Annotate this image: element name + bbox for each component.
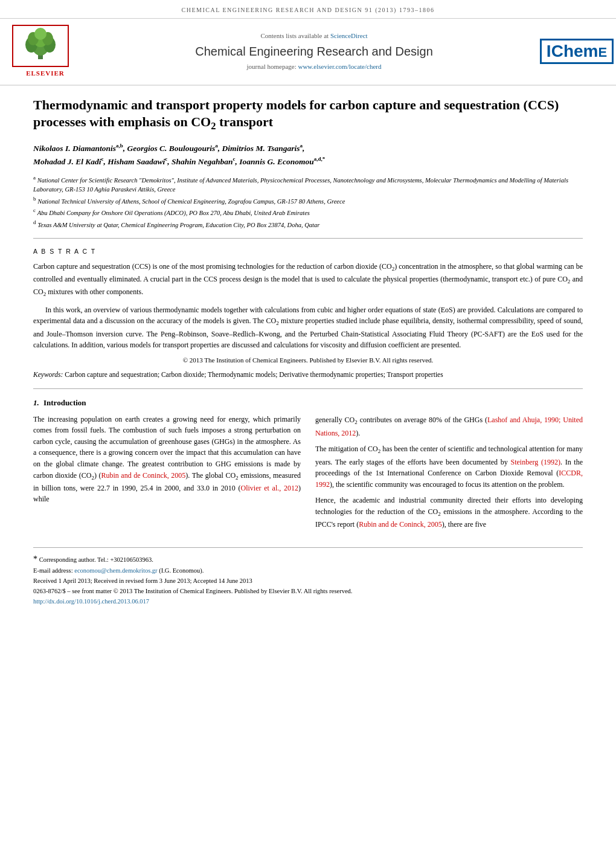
contents-line: Contents lists available at ScienceDirec… [91,31,537,40]
divider-middle [33,388,583,389]
intro-col2-para-3: Hence, the academic and industrial commu… [315,495,583,530]
keywords-line: Keywords: Carbon capture and sequestrati… [33,370,583,380]
intro-col1-para-1: The increasing population on earth creat… [33,414,301,505]
column-left: 1. Introduction The increasing populatio… [33,397,301,535]
article-content: Thermodynamic and transport property mod… [0,86,616,619]
abstract-section: A B S T R A C T Carbon capture and seque… [33,247,583,380]
article-title: Thermodynamic and transport property mod… [33,97,583,133]
section-1-heading: 1. Introduction [33,397,301,408]
two-column-section: 1. Introduction The increasing populatio… [33,397,583,535]
elsevier-box [12,25,69,67]
footnote-doi: http://dx.doi.org/10.1016/j.cherd.2013.0… [33,597,583,607]
intro-col2-para-2: The mitigation of CO2 has been the cente… [315,443,583,490]
footnote-received: Received 1 April 2013; Received in revis… [33,576,583,587]
ref-rubin2005-link[interactable]: Rubin and de Coninck, 2005 [101,471,185,480]
journal-citation: Chemical Engineering Research and Design… [182,7,435,13]
doi-link[interactable]: http://dx.doi.org/10.1016/j.cherd.2013.0… [33,598,149,605]
elsevier-tree-icon [16,28,65,61]
keywords-label: Keywords: [33,371,63,378]
footnote-issn: 0263-8762/$ – see front matter © 2013 Th… [33,587,583,597]
ichem-logo-inner: IChemE [540,39,614,64]
keywords-text: Carbon capture and sequestration; Carbon… [65,371,443,378]
affiliation-b: b National Technical University of Athen… [33,195,583,206]
authors: Nikolaos I. Diamantonisa,b, Georgios C. … [33,141,583,168]
intro-col1-text: The increasing population on earth creat… [33,414,301,505]
journal-header-top: Chemical Engineering Research and Design… [0,0,616,19]
ref-rubin2005b-link[interactable]: Rubin and de Coninck, 2005 [359,520,442,529]
page-wrapper: Chemical Engineering Research and Design… [0,0,616,619]
elsevier-logo: ELSEVIER [12,25,79,79]
footnote-email: E-mail address: economou@chem.demokritos… [33,566,583,576]
elsevier-text: ELSEVIER [12,69,79,78]
column-right: generally CO2 contributes on average 80%… [315,397,583,535]
copyright-line: © 2013 The Institution of Chemical Engin… [33,356,583,365]
affiliations: a National Center for Scientific Researc… [33,174,583,230]
ref-lashof-link[interactable]: Lashof and Ahuja, 1990; United Nations, … [315,416,583,437]
affiliation-c: c Abu Dhabi Company for Onshore Oil Oper… [33,207,583,217]
journal-banner: ELSEVIER Contents lists available at Sci… [0,19,616,86]
abstract-text: Carbon capture and sequestration (CCS) i… [33,261,583,351]
journal-title-banner: Chemical Engineering Research and Design [91,43,537,60]
intro-col2-text: generally CO2 contributes on average 80%… [315,414,583,530]
ref-steinberg-link[interactable]: Steinberg (1992) [510,458,560,466]
section-number: 1. [33,398,39,407]
journal-center: Contents lists available at ScienceDirec… [91,31,537,72]
ref-iccdr-link[interactable]: ICCDR, 1992 [315,469,583,489]
abstract-para-2: In this work, an overview of various the… [33,304,583,351]
sciencedirect-link[interactable]: ScienceDirect [330,32,368,39]
section-title: Introduction [43,398,86,407]
footnote-corresponding: * Corresponding author. Tel.: +302106503… [33,553,583,566]
ichem-logo: IChemE [550,39,604,64]
ref-olivier-link[interactable]: Olivier et al., 2012 [241,484,299,492]
affiliation-a: a National Center for Scientific Researc… [33,174,583,195]
intro-col2-para-1: generally CO2 contributes on average 80%… [315,414,583,439]
journal-homepage: journal homepage: www.elsevier.com/locat… [91,62,537,71]
abstract-heading: A B S T R A C T [33,247,583,256]
email-link[interactable]: economou@chem.demokritos.gr [74,567,157,574]
divider-top [33,238,583,239]
abstract-para-1: Carbon capture and sequestration (CCS) i… [33,261,583,300]
journal-url[interactable]: www.elsevier.com/locate/cherd [298,63,381,70]
affiliation-d: d Texas A&M University at Qatar, Chemica… [33,219,583,230]
footer-notes: * Corresponding author. Tel.: +302106503… [33,547,583,607]
svg-point-7 [34,28,47,40]
